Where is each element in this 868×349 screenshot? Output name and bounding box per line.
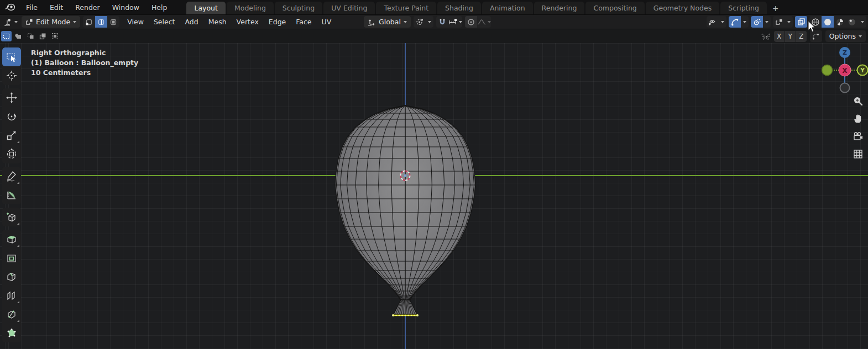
menu-window[interactable]: Window	[106, 0, 145, 14]
zoom-icon[interactable]	[851, 94, 865, 108]
menu-file[interactable]: File	[20, 0, 44, 14]
tool-knife[interactable]	[2, 305, 21, 324]
camera-icon[interactable]	[851, 130, 865, 143]
show-overlays-button[interactable]	[751, 16, 763, 28]
tab-animation[interactable]: Animation	[482, 2, 533, 14]
tool-annotate[interactable]	[2, 167, 21, 186]
tool-poly-build[interactable]	[2, 324, 21, 342]
orientation-label: Global	[379, 18, 401, 26]
menu-edge[interactable]: Edge	[264, 15, 291, 29]
mode-selector[interactable]: Edit Mode	[22, 16, 80, 28]
editor-type-icon	[4, 18, 13, 26]
tab-shading[interactable]: Shading	[437, 2, 481, 14]
tab-geometry-nodes[interactable]: Geometry Nodes	[646, 2, 719, 14]
edit-overlays-caret[interactable]	[785, 16, 793, 28]
object-visibility-group	[707, 16, 726, 28]
blender-logo-icon[interactable]	[5, 3, 16, 12]
tab-uv-editing[interactable]: UV Editing	[323, 2, 375, 14]
select-mode-extend[interactable]	[13, 31, 24, 41]
tab-texture-paint[interactable]: Texture Paint	[376, 2, 436, 14]
visibility-caret[interactable]	[719, 16, 726, 28]
select-mode-invert[interactable]	[38, 31, 48, 41]
mouse-cursor-icon	[808, 21, 817, 33]
vertex-select-mode-button[interactable]	[83, 16, 95, 28]
grid-view-icon[interactable]	[851, 147, 865, 161]
hand-icon[interactable]	[851, 112, 865, 125]
tool-scale[interactable]	[2, 126, 21, 145]
snap-target-button[interactable]	[448, 16, 462, 28]
mode-caret	[73, 21, 76, 23]
gizmo-y-neg-ball[interactable]	[822, 65, 833, 76]
toggle-xray-button[interactable]	[795, 16, 807, 28]
options-label: Options	[829, 32, 856, 40]
magnet-icon[interactable]	[436, 16, 448, 28]
pivot-point-caret[interactable]	[426, 16, 433, 28]
viewport-3d[interactable]: Right Orthographic (1) Balloon : Balloon…	[0, 43, 868, 349]
tool-bevel[interactable]	[2, 267, 21, 286]
navigation-gizmo[interactable]: Z Y X	[822, 45, 868, 96]
symmetry-y-button[interactable]: Y	[785, 31, 796, 42]
symmetry-x-button[interactable]: X	[774, 31, 785, 42]
select-mode-intersect[interactable]	[50, 31, 60, 41]
gizmos-caret[interactable]	[741, 16, 749, 28]
add-workspace-button[interactable]: +	[768, 2, 783, 14]
menu-help[interactable]: Help	[145, 0, 174, 14]
gizmo-z-neg-ball[interactable]	[840, 83, 850, 93]
header-menus: ViewSelectAddMeshVertexEdgeFaceUV	[122, 15, 336, 29]
topbar-menus: FileEditRenderWindowHelp	[20, 0, 173, 14]
orientation-caret	[404, 21, 407, 23]
edit-overlays-button[interactable]	[773, 16, 785, 28]
tool-select-box[interactable]	[2, 47, 21, 66]
rendered-shading-button[interactable]	[846, 16, 858, 28]
tab-layout[interactable]: Layout	[186, 2, 226, 14]
options-dropdown[interactable]: Options	[825, 30, 866, 42]
pivot-point-button[interactable]	[414, 16, 426, 28]
menu-view[interactable]: View	[122, 15, 149, 29]
symmetry-z-button[interactable]: Z	[796, 31, 807, 42]
tab-sculpting[interactable]: Sculpting	[275, 2, 322, 14]
tool-inset-faces[interactable]	[2, 248, 21, 267]
tool-measure[interactable]	[2, 186, 21, 204]
menu-add[interactable]: Add	[180, 15, 203, 29]
tool-transform[interactable]	[2, 145, 21, 163]
menu-render[interactable]: Render	[69, 0, 106, 14]
workspace-tabs: LayoutModelingSculptingUV EditingTexture…	[186, 0, 783, 14]
select-mode-subtract[interactable]	[25, 31, 36, 41]
tool-add-cube[interactable]	[2, 208, 21, 226]
tool-move[interactable]	[2, 88, 21, 107]
tab-compositing[interactable]: Compositing	[585, 2, 644, 14]
tab-scripting[interactable]: Scripting	[720, 2, 767, 14]
view-name-label: Right Orthographic	[31, 48, 138, 58]
tool-loop-cut[interactable]	[2, 286, 21, 305]
falloff-curve-button[interactable]	[477, 16, 491, 28]
menu-mesh[interactable]: Mesh	[203, 15, 232, 29]
material-shading-button[interactable]	[834, 16, 846, 28]
menu-edit[interactable]: Edit	[44, 0, 69, 14]
select-mode-set[interactable]	[1, 31, 12, 41]
tool-cursor[interactable]	[2, 66, 21, 85]
menu-face[interactable]: Face	[291, 15, 316, 29]
solid-shading-button[interactable]	[822, 16, 834, 28]
editor-type-button[interactable]	[3, 16, 19, 28]
tab-rendering[interactable]: Rendering	[534, 2, 585, 14]
gizmo-z-label: Z	[843, 49, 847, 56]
balloon-mesh[interactable]	[318, 99, 495, 320]
tab-modeling[interactable]: Modeling	[227, 2, 274, 14]
show-gizmos-button[interactable]	[729, 16, 741, 28]
face-select-mode-button[interactable]	[107, 16, 119, 28]
menu-vertex[interactable]: Vertex	[232, 15, 264, 29]
overlays-caret[interactable]	[763, 16, 771, 28]
menu-uv[interactable]: UV	[317, 15, 337, 29]
edge-select-mode-button[interactable]	[95, 16, 107, 28]
gizmos-group	[729, 16, 749, 28]
tool-extrude-region[interactable]	[2, 230, 21, 248]
pivot-point-group	[414, 16, 433, 28]
shading-group	[809, 16, 866, 28]
proportional-edit-button[interactable]	[465, 16, 477, 28]
visibility-eye-icon[interactable]	[707, 16, 719, 28]
transform-orientation-button[interactable]: Global	[364, 16, 411, 28]
viewport-overlay-text: Right Orthographic (1) Balloon : Balloon…	[31, 48, 138, 78]
tool-rotate[interactable]	[2, 107, 21, 126]
shading-caret[interactable]	[858, 16, 866, 28]
menu-select[interactable]: Select	[149, 15, 180, 29]
